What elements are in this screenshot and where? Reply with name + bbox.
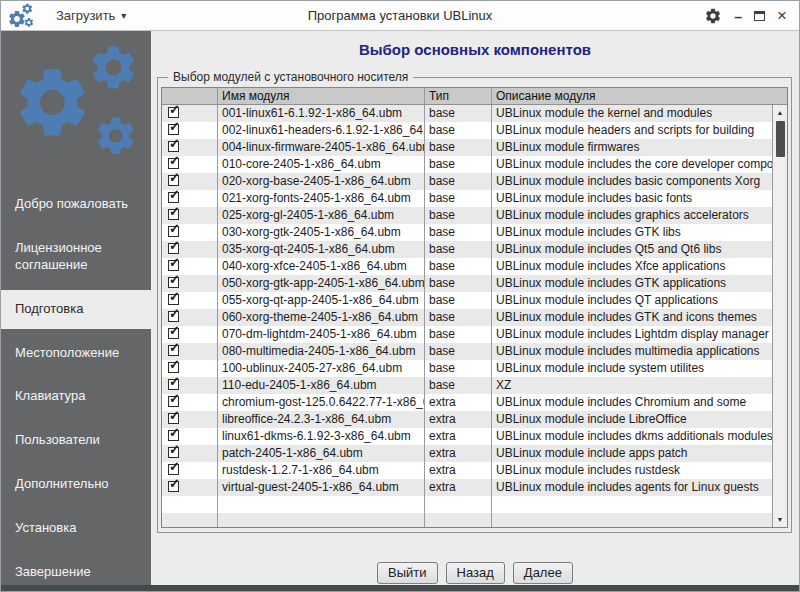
checkbox-checked-icon[interactable]: ✓: [168, 294, 179, 305]
scroll-down-button[interactable]: ▼: [773, 512, 787, 527]
scroll-up-button[interactable]: ▲: [773, 105, 787, 120]
checkbox-checked-icon[interactable]: ✓: [168, 362, 179, 373]
table-row[interactable]: ✓ 110-edu-2405-1-x86_64.ubm base XZ: [162, 377, 772, 394]
table-row[interactable]: ✓ rustdesk-1.2.7-1-x86_64.ubm extra UBLi…: [162, 462, 772, 479]
table-row[interactable]: ✓ linux61-dkms-6.1.92-3-x86_64.ubm extra…: [162, 428, 772, 445]
checkbox-checked-icon[interactable]: ✓: [168, 311, 179, 322]
checkbox-checked-icon[interactable]: ✓: [168, 243, 179, 254]
sidebar-item-3[interactable]: Подготовка: [1, 290, 151, 329]
checkbox-checked-icon[interactable]: ✓: [168, 345, 179, 356]
close-button[interactable]: ×: [777, 8, 787, 24]
table-row[interactable]: ✓ 070-dm-lightdm-2405-1-x86_64.ubm base …: [162, 326, 772, 343]
module-type-cell: base: [425, 224, 492, 241]
module-desc-cell: UBLinux module include LibreOffice: [492, 411, 772, 428]
next-button[interactable]: Далее: [513, 562, 573, 584]
sidebar-item-8[interactable]: Установка: [1, 509, 151, 548]
module-type-cell: extra: [425, 428, 492, 445]
page-title: Выбор основных компонентов: [151, 40, 799, 59]
row-checkbox-cell: ✓: [162, 139, 218, 156]
module-name-cell: 040-xorg-xfce-2405-1-x86_64.ubm: [218, 258, 425, 275]
module-desc-cell: UBLinux module includes multimedia appli…: [492, 343, 772, 360]
exit-button[interactable]: Выйти: [377, 562, 438, 584]
checkbox-checked-icon[interactable]: ✓: [168, 260, 179, 271]
table-row[interactable]: ✓ libreoffice-24.2.3-1-x86_64.ubm extra …: [162, 411, 772, 428]
checkbox-checked-icon[interactable]: ✓: [168, 192, 179, 203]
back-button[interactable]: Назад: [446, 562, 505, 584]
table-row[interactable]: ✓ 030-xorg-gtk-2405-1-x86_64.ubm base UB…: [162, 224, 772, 241]
module-name-cell: 035-xorg-qt-2405-1-x86_64.ubm: [218, 241, 425, 258]
table-row[interactable]: ✓ 060-xorg-theme-2405-1-x86_64.ubm base …: [162, 309, 772, 326]
sidebar-item-4[interactable]: Местоположение: [1, 334, 151, 373]
table-row[interactable]: ✓ 010-core-2405-1-x86_64.ubm base UBLinu…: [162, 156, 772, 173]
minimize-button[interactable]: –: [734, 8, 742, 24]
checkbox-checked-icon[interactable]: ✓: [168, 141, 179, 152]
checkbox-checked-icon[interactable]: ✓: [168, 328, 179, 339]
checkbox-checked-icon[interactable]: ✓: [168, 481, 179, 492]
module-type-cell: base: [425, 105, 492, 122]
checkbox-checked-icon[interactable]: ✓: [168, 277, 179, 288]
module-desc-cell: UBLinux module includes graphics acceler…: [492, 207, 772, 224]
table-row[interactable]: ✓ 002-linux61-headers-6.1.92-1-x86_64.ub…: [162, 122, 772, 139]
checkbox-checked-icon[interactable]: ✓: [168, 209, 179, 220]
sidebar-item-6[interactable]: Пользователи: [1, 421, 151, 460]
sidebar-item-9[interactable]: Завершение: [1, 553, 151, 585]
checkbox-checked-icon[interactable]: ✓: [168, 396, 179, 407]
settings-gear-icon[interactable]: [704, 7, 722, 25]
header-module-name[interactable]: Имя модуля: [218, 88, 425, 104]
module-type-cell: base: [425, 190, 492, 207]
module-name-cell: 020-xorg-base-2405-1-x86_64.ubm: [218, 173, 425, 190]
module-desc-cell: UBLinux module includes QT applications: [492, 292, 772, 309]
table-row[interactable]: ✓ 100-ublinux-2405-27-x86_64.ubm base UB…: [162, 360, 772, 377]
checkbox-checked-icon[interactable]: ✓: [168, 175, 179, 186]
table-row[interactable]: ✓ 050-xorg-gtk-app-2405-1-x86_64.ubm bas…: [162, 275, 772, 292]
checkbox-checked-icon[interactable]: ✓: [168, 158, 179, 169]
checkbox-checked-icon[interactable]: ✓: [168, 107, 179, 118]
module-desc-cell: UBLinux module includes GTK libs: [492, 224, 772, 241]
sidebar: Добро пожаловать Лицензионное соглашение…: [1, 31, 151, 585]
table-row[interactable]: ✓ chromium-gost-125.0.6422.77-1-x86_64.u…: [162, 394, 772, 411]
table-row[interactable]: ✓ 001-linux61-6.1.92-1-x86_64.ubm base U…: [162, 105, 772, 122]
table-row[interactable]: ✓ 004-linux-firmware-2405-1-x86_64.ubm b…: [162, 139, 772, 156]
table-row[interactable]: ✓ 035-xorg-qt-2405-1-x86_64.ubm base UBL…: [162, 241, 772, 258]
module-desc-cell: XZ: [492, 377, 772, 394]
row-checkbox-cell: ✓: [162, 360, 218, 377]
row-checkbox-cell: ✓: [162, 377, 218, 394]
table-row[interactable]: ✓ 021-xorg-fonts-2405-1-x86_64.ubm base …: [162, 190, 772, 207]
table-row[interactable]: ✓ 080-multimedia-2405-1-x86_64.ubm base …: [162, 343, 772, 360]
table-row[interactable]: ✓ 040-xorg-xfce-2405-1-x86_64.ubm base U…: [162, 258, 772, 275]
header-description[interactable]: Описание модуля: [492, 88, 787, 104]
checkbox-checked-icon[interactable]: ✓: [168, 413, 179, 424]
module-type-cell: base: [425, 326, 492, 343]
table-row[interactable]: ✓ 025-xorg-gl-2405-1-x86_64.ubm base UBL…: [162, 207, 772, 224]
installer-window: Загрузить ▾ Программа установки UBLinux …: [0, 0, 800, 592]
sidebar-item-7[interactable]: Дополнительно: [1, 465, 151, 504]
sidebar-item-1[interactable]: Добро пожаловать: [1, 185, 151, 224]
sidebar-item-2[interactable]: Лицензионное соглашение: [1, 229, 151, 285]
table-row[interactable]: ✓ 020-xorg-base-2405-1-x86_64.ubm base U…: [162, 173, 772, 190]
table-row[interactable]: ✓ patch-2405-1-x86_64.ubm extra UBLinux …: [162, 445, 772, 462]
module-type-cell: base: [425, 139, 492, 156]
sidebar-item-label: Клавиатура: [15, 388, 85, 403]
module-table: Имя модуля Тип Описание модуля ✓ 001-lin…: [161, 87, 788, 528]
table-row[interactable]: ✓ virtual-guest-2405-1-x86_64.ubm extra …: [162, 479, 772, 496]
row-checkbox-cell: ✓: [162, 428, 218, 445]
vertical-scrollbar[interactable]: ▲ ▼: [772, 105, 787, 527]
checkbox-checked-icon[interactable]: ✓: [168, 464, 179, 475]
table-row[interactable]: ✓ 055-xorg-qt-app-2405-1-x86_64.ubm base…: [162, 292, 772, 309]
sidebar-item-5[interactable]: Клавиатура: [1, 377, 151, 416]
checkbox-checked-icon[interactable]: ✓: [168, 226, 179, 237]
checkbox-checked-icon[interactable]: ✓: [168, 124, 179, 135]
module-type-cell: base: [425, 309, 492, 326]
row-checkbox-cell: ✓: [162, 224, 218, 241]
load-button[interactable]: Загрузить ▾: [52, 6, 130, 25]
scrollbar-thumb[interactable]: [776, 121, 785, 157]
maximize-button[interactable]: [754, 8, 765, 24]
module-name-cell: 010-core-2405-1-x86_64.ubm: [218, 156, 425, 173]
checkbox-checked-icon[interactable]: ✓: [168, 379, 179, 390]
module-name-cell: libreoffice-24.2.3-1-x86_64.ubm: [218, 411, 425, 428]
app-logo-gears-icon: [6, 2, 36, 30]
header-type[interactable]: Тип: [425, 88, 492, 104]
checkbox-checked-icon[interactable]: ✓: [168, 430, 179, 441]
checkbox-checked-icon[interactable]: ✓: [168, 447, 179, 458]
module-name-cell: [218, 496, 425, 513]
